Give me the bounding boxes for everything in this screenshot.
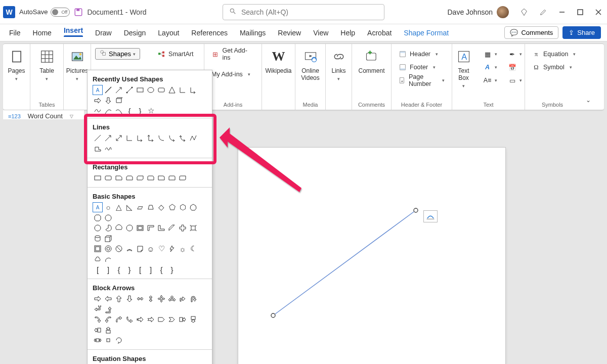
line-elbow[interactable] [124,133,135,143]
collapse-ribbon-button[interactable]: ⌄ [583,94,594,107]
shape-arc[interactable] [103,106,113,116]
wikipedia-button[interactable]: W Wikipedia [262,46,294,76]
user-account[interactable]: Dave Johnson [447,6,509,18]
pages-button[interactable]: Pages▾ [5,46,28,83]
autosave-toggle[interactable]: AutoSave Off [19,8,70,17]
basic-pie[interactable] [103,223,113,233]
basic-parallelogram[interactable]: ▱ [135,202,145,212]
ba-up[interactable] [114,294,124,304]
basic-textbox[interactable]: A [93,202,103,212]
links-button[interactable]: Links▾ [327,46,351,83]
line-arrow[interactable] [103,133,113,143]
ba-updown[interactable] [146,294,156,304]
ba-circular[interactable] [114,335,124,345]
tab-insert[interactable]: Insert [58,23,89,41]
line-freeform[interactable] [188,133,198,143]
ba-up-callout[interactable] [103,325,113,335]
ba-quad-callout[interactable] [103,335,113,345]
smartart-button[interactable]: SmartArt [154,48,196,60]
ba-pentagon[interactable] [156,314,166,325]
tab-review[interactable]: Review [272,26,307,41]
basic-can[interactable] [93,234,103,244]
ba-curved-left[interactable] [103,314,113,325]
equation-button[interactable]: πEquation [529,48,579,60]
basic-teardrop[interactable] [124,223,135,233]
maximize-button[interactable] [577,9,584,16]
basic-heptagon[interactable] [188,202,198,212]
basic-cloud[interactable] [93,254,103,264]
basic-cube[interactable] [103,234,113,244]
rect-snip2same[interactable] [124,173,135,183]
ba-curved-up[interactable] [114,314,124,325]
symbol-button[interactable]: ΩSymbol [529,61,579,73]
rect-snip2diag[interactable] [135,173,145,183]
ba-down-callout[interactable] [188,314,198,325]
toggle-switch[interactable]: Off [51,8,70,17]
word-count-button[interactable]: Word Count [28,112,63,120]
basic-lshape[interactable] [156,223,166,233]
basic-dodecagon[interactable] [93,223,103,233]
share-button[interactable]: ⇪Share [562,26,601,39]
ba-right-callout[interactable] [178,314,188,325]
basic-rbrace2[interactable]: } [167,264,177,275]
tab-file[interactable]: File [3,26,27,41]
shape-text-box[interactable]: A [93,85,103,95]
ba-left-callout[interactable] [93,325,103,335]
rect-round2same[interactable] [167,173,177,183]
line-elbow-double[interactable] [146,133,156,143]
basic-oval[interactable]: ○ [103,202,113,212]
ba-bentup[interactable] [103,304,113,314]
shape-oval[interactable] [146,85,156,95]
basic-octagon[interactable] [93,213,103,223]
tab-layout[interactable]: Layout [152,26,185,41]
footer-button[interactable]: Footer [396,61,448,73]
basic-moon[interactable]: ☾ [188,244,198,254]
online-videos-button[interactable]: Online Videos [298,46,322,83]
tab-help[interactable]: Help [334,26,361,41]
basic-rbracket2[interactable]: ] [146,264,156,275]
date-time-button[interactable]: 📅 [505,61,525,73]
basic-blockarc[interactable] [124,244,135,254]
basic-lightning[interactable] [167,244,177,254]
basic-rbracket[interactable]: ] [103,264,113,275]
shape-rect[interactable] [135,85,145,95]
ba-bent[interactable] [178,294,188,304]
tab-shape-format[interactable]: Shape Format [398,26,455,41]
rect-plain[interactable] [93,173,103,183]
basic-donut[interactable] [103,244,113,254]
line-freeform-shape[interactable] [93,144,103,154]
basic-frame[interactable] [135,223,145,233]
tab-home[interactable]: Home [27,26,58,41]
ba-notched[interactable] [146,314,156,325]
save-icon[interactable] [74,8,83,17]
minimize-button[interactable] [558,9,566,16]
ba-quad[interactable] [156,294,166,304]
rect-round1[interactable] [156,173,166,183]
basic-pentagon[interactable]: ⬠ [167,202,177,212]
close-button[interactable] [595,9,602,16]
line-elbow-arrow[interactable] [135,133,145,143]
tab-references[interactable]: References [185,26,234,41]
shapes-button[interactable]: Shapes▾ [95,48,140,60]
basic-noentry[interactable] [114,244,124,254]
tab-mailings[interactable]: Mailings [234,26,272,41]
rect-rounded[interactable] [103,173,113,183]
basic-half-frame[interactable] [146,223,156,233]
signature-line-button[interactable]: ✒▾ [505,48,525,60]
quickbar-dropdown[interactable]: ▽ [70,114,73,119]
basic-smiley[interactable]: ☺ [146,244,156,254]
ba-down[interactable] [124,294,135,304]
ba-leftright[interactable] [135,294,145,304]
ba-lr-callout[interactable] [93,335,103,345]
ba-chevron[interactable] [167,314,177,325]
shape-down-arrow[interactable] [103,96,113,106]
basic-lbracket[interactable]: [ [93,264,103,275]
rect-round2diag[interactable] [178,173,188,183]
ba-right[interactable] [93,294,103,304]
line-scribble[interactable] [103,144,113,154]
document-page[interactable] [238,148,505,364]
line-plain[interactable] [93,133,103,143]
table-button[interactable]: Table▾ [35,46,59,83]
object-button[interactable]: ▭▾ [505,74,525,86]
tab-acrobat[interactable]: Acrobat [361,26,398,41]
